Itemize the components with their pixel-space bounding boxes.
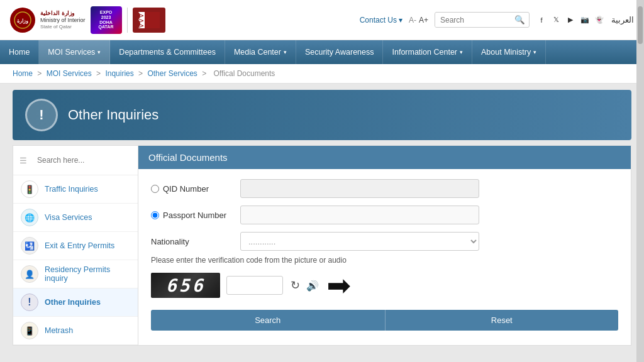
facebook-icon[interactable]: f <box>536 14 547 26</box>
sidebar-search-input[interactable] <box>31 151 131 170</box>
qid-label[interactable]: QID Number <box>151 184 233 194</box>
arabic-language-button[interactable]: العربية <box>611 15 634 25</box>
captcha-input[interactable] <box>226 276 283 295</box>
instagram-icon[interactable]: 📷 <box>579 14 591 26</box>
sidebar-item-other-label: Other Inquiries <box>45 298 101 307</box>
nav-moi-services-label: MOI Services <box>48 48 95 57</box>
header-search-box: 🔍 <box>435 12 530 28</box>
sidebar-item-traffic-label: Traffic Inquiries <box>45 185 98 194</box>
qid-radio[interactable] <box>151 185 159 193</box>
breadcrumb-current: Offical Documents <box>214 69 275 78</box>
page-title: Other Inquiries <box>68 107 158 123</box>
captcha-row: 656 ↻ 🔊 ⬅ <box>151 271 618 300</box>
search-icon: 🔍 <box>514 15 525 25</box>
passport-input[interactable] <box>240 206 479 224</box>
sidebar-item-exit-entry[interactable]: 🛂 Exit & Entry Permits <box>13 232 138 260</box>
snapchat-icon[interactable]: 👻 <box>594 14 605 26</box>
sidebar-search-icon: ☰ <box>19 156 27 165</box>
nationality-label: Nationality <box>151 237 233 246</box>
sidebar-item-visa[interactable]: 🌐 Visa Services <box>13 204 138 232</box>
qatar-logo <box>133 8 165 33</box>
breadcrumb-sep-1: > <box>37 69 43 78</box>
font-size-controls: A- A+ <box>409 16 428 25</box>
reset-button[interactable]: Reset <box>385 310 619 331</box>
social-icons: f 𝕏 ▶ 📷 👻 <box>536 14 605 26</box>
action-buttons: Search Reset <box>151 310 618 331</box>
header-right: Contact Us ▾ A- A+ 🔍 f 𝕏 ▶ 📷 👻 العربية <box>360 12 634 28</box>
breadcrumb: Home > MOI Services > Inquiries > Other … <box>0 64 644 84</box>
content-body: QID Number Passport Number Nationality .… <box>138 169 631 341</box>
captcha-value: 656 <box>166 275 206 296</box>
visa-icon: 🌐 <box>21 209 38 226</box>
nav-home[interactable]: Home <box>0 40 39 64</box>
nav-media-center-label: Media Center <box>234 48 281 57</box>
moi-subtitle: State of Qatar <box>40 24 86 30</box>
sidebar-search-box: ☰ <box>13 146 138 175</box>
captcha-audio-button[interactable]: 🔊 <box>305 278 320 293</box>
breadcrumb-sep-3: > <box>138 69 145 78</box>
nav-about-ministry[interactable]: About Ministry ▾ <box>472 40 546 64</box>
youtube-icon[interactable]: ▶ <box>565 14 576 26</box>
sidebar-item-other-inquiries[interactable]: ! Other Inquiries <box>13 288 138 317</box>
qid-row: QID Number <box>151 179 618 198</box>
sidebar-item-exit-entry-label: Exit & Entry Permits <box>45 241 114 250</box>
arrow-indicator: ⬅ <box>326 271 351 300</box>
audio-icon: 🔊 <box>306 280 319 291</box>
passport-label-text: Passport Number <box>163 211 226 220</box>
banner-icon: ! <box>25 99 58 131</box>
nav-home-label: Home <box>9 48 30 57</box>
breadcrumb-inquiries[interactable]: Inquiries <box>105 69 133 78</box>
qid-input[interactable] <box>240 179 479 198</box>
nav-moi-services[interactable]: MOI Services ▾ <box>39 40 110 64</box>
main-nav: Home MOI Services ▾ Departments & Commit… <box>0 40 644 64</box>
verification-text: Please enter the verification code from … <box>151 256 618 265</box>
header-search-button[interactable]: 🔍 <box>511 13 529 27</box>
nationality-select[interactable]: ............ <box>240 232 479 251</box>
expo-logo: EXPO2023DOHAQATAR <box>91 6 122 34</box>
nav-media-center[interactable]: Media Center ▾ <box>225 40 296 64</box>
passport-radio[interactable] <box>151 211 159 219</box>
nav-moi-services-arrow: ▾ <box>97 49 101 55</box>
nav-about-ministry-arrow: ▾ <box>533 49 536 55</box>
sidebar-item-traffic[interactable]: 🚦 Traffic Inquiries <box>13 175 138 204</box>
sidebar-item-residency[interactable]: 👤 Residency Permits inquiry <box>13 260 138 288</box>
passport-label[interactable]: Passport Number <box>151 211 233 220</box>
nav-security-awareness-label: Security Awareness <box>305 48 374 57</box>
header-search-input[interactable] <box>435 13 511 27</box>
sidebar-item-metrash[interactable]: 📱 Metrash <box>13 317 138 345</box>
captcha-refresh-button[interactable]: ↻ <box>289 277 301 293</box>
captcha-image: 656 <box>151 273 220 298</box>
contact-label: Contact Us <box>360 16 397 25</box>
font-decrease-button[interactable]: A- <box>409 16 416 25</box>
scrollbar[interactable] <box>636 0 644 362</box>
main-content: ☰ 🚦 Traffic Inquiries 🌐 Visa Services 🛂 … <box>13 145 631 346</box>
breadcrumb-sep-2: > <box>96 69 103 78</box>
nav-information-center[interactable]: Information Center ▾ <box>383 40 472 64</box>
breadcrumb-moi-services[interactable]: MOI Services <box>47 69 92 78</box>
search-button[interactable]: Search <box>151 310 385 331</box>
sidebar-item-visa-label: Visa Services <box>45 213 92 222</box>
breadcrumb-home[interactable]: Home <box>13 69 33 78</box>
traffic-icon: 🚦 <box>21 180 38 198</box>
header: وزارة وزارة الداخلية Ministry of Interio… <box>0 0 644 40</box>
moi-logo: وزارة وزارة الداخلية Ministry of Interio… <box>10 8 86 33</box>
breadcrumb-other-services[interactable]: Other Services <box>147 69 197 78</box>
sidebar: ☰ 🚦 Traffic Inquiries 🌐 Visa Services 🛂 … <box>13 145 138 346</box>
page-banner: ! Other Inquiries <box>13 90 631 140</box>
font-increase-button[interactable]: A+ <box>419 16 428 25</box>
other-inquiries-icon: ! <box>21 293 38 311</box>
logo-divider <box>127 8 128 33</box>
refresh-icon: ↻ <box>291 279 300 292</box>
nav-security-awareness[interactable]: Security Awareness <box>296 40 384 64</box>
nav-departments[interactable]: Departments & Committees <box>110 40 225 64</box>
contact-button[interactable]: Contact Us ▾ <box>360 16 402 25</box>
captcha-actions: ↻ 🔊 <box>289 277 320 293</box>
scrollbar-thumb <box>638 6 643 44</box>
residency-icon: 👤 <box>21 265 38 283</box>
qid-label-text: QID Number <box>163 184 209 194</box>
moi-title-ar: وزارة الداخلية <box>40 10 86 17</box>
nav-information-center-arrow: ▾ <box>460 49 463 55</box>
content-header: Official Documents <box>138 146 631 169</box>
nav-media-center-arrow: ▾ <box>284 49 287 55</box>
twitter-icon[interactable]: 𝕏 <box>550 14 562 26</box>
